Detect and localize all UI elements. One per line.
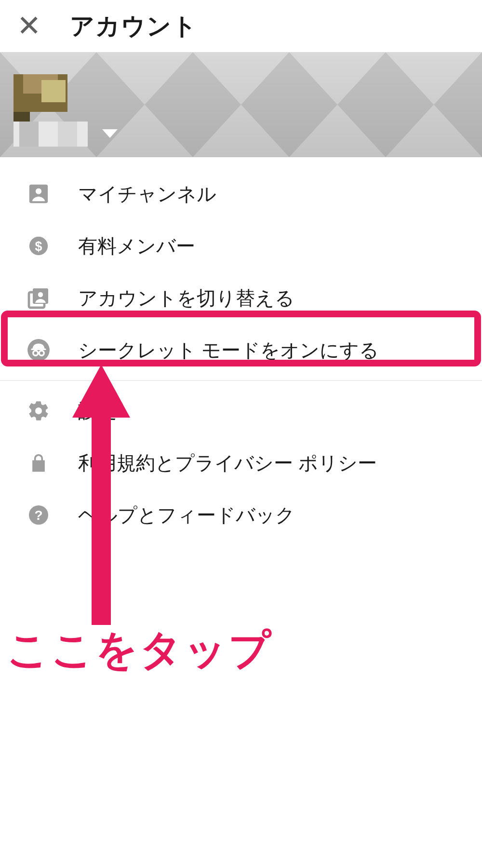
svg-text:$: $ bbox=[35, 239, 42, 254]
menu-label: 利用規約とプライバシー ポリシー bbox=[78, 450, 377, 476]
menu-label: アカウントを切り替える bbox=[78, 285, 295, 312]
gear-icon bbox=[26, 398, 51, 423]
menu-item-my-channel[interactable]: マイチャンネル bbox=[0, 168, 482, 220]
svg-point-8 bbox=[36, 189, 41, 194]
header-bar: ✕ アカウント bbox=[0, 0, 482, 52]
annotation-caption: ここをタップ bbox=[7, 622, 273, 678]
menu-item-settings[interactable]: 設定 bbox=[0, 385, 482, 437]
menu-label: ヘルプとフィードバック bbox=[78, 502, 295, 529]
menu-item-incognito-on[interactable]: シークレット モードをオンにする bbox=[0, 324, 482, 376]
menu-divider bbox=[0, 380, 482, 381]
incognito-icon bbox=[26, 338, 51, 363]
menu-item-terms-privacy[interactable]: 利用規約とプライバシー ポリシー bbox=[0, 437, 482, 489]
svg-point-13 bbox=[38, 292, 43, 297]
close-button[interactable]: ✕ bbox=[14, 12, 43, 41]
page-title: アカウント bbox=[70, 10, 198, 42]
account-dropdown-caret-icon[interactable] bbox=[102, 129, 118, 138]
help-circle-icon: ? bbox=[26, 502, 51, 528]
accounts-stack-icon bbox=[26, 285, 51, 311]
lock-icon bbox=[26, 450, 51, 475]
svg-text:?: ? bbox=[34, 508, 42, 523]
menu-label: マイチャンネル bbox=[78, 181, 216, 207]
menu-label: シークレット モードをオンにする bbox=[78, 337, 379, 364]
svg-rect-15 bbox=[31, 349, 46, 350]
menu-item-switch-account[interactable]: アカウントを切り替える bbox=[0, 272, 482, 324]
menu-label: 設定 bbox=[78, 398, 117, 424]
dollar-circle-icon: $ bbox=[26, 233, 51, 258]
account-menu: マイチャンネル $ 有料メンバー アカウントを切り替える bbox=[0, 157, 482, 541]
menu-item-paid-member[interactable]: $ 有料メンバー bbox=[0, 220, 482, 272]
menu-label: 有料メンバー bbox=[78, 233, 195, 259]
person-box-icon bbox=[26, 181, 51, 206]
avatar[interactable] bbox=[13, 66, 88, 145]
menu-item-help-feedback[interactable]: ? ヘルプとフィードバック bbox=[0, 489, 482, 541]
profile-banner[interactable] bbox=[0, 52, 482, 157]
